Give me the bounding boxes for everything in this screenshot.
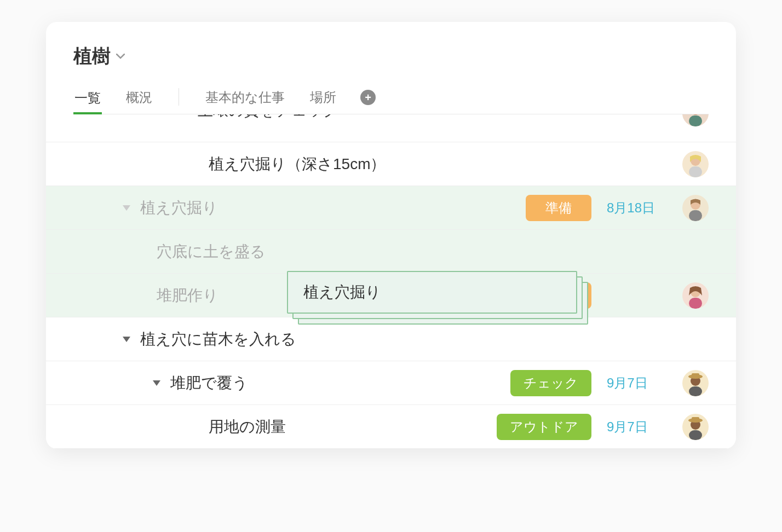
task-title: 堆肥作り <box>157 285 219 306</box>
task-row[interactable]: 植え穴掘り（深さ15cm） <box>46 142 736 186</box>
task-title: 用地の測量 <box>209 417 286 437</box>
status-tag[interactable]: 準備 <box>526 195 591 221</box>
svg-rect-3 <box>689 166 702 177</box>
task-title: 植え穴掘り（深さ15cm） <box>209 154 386 175</box>
task-row[interactable]: 穴底に土を盛る <box>46 229 736 273</box>
svg-rect-5 <box>689 210 702 221</box>
avatar[interactable] <box>682 195 709 221</box>
avatar[interactable] <box>682 114 709 126</box>
page-title: 植樹 <box>73 44 111 69</box>
task-title: 土壌の質をチェック <box>198 114 339 121</box>
task-row[interactable]: 植え穴掘り 準備 8月18日 <box>46 186 736 229</box>
svg-rect-13 <box>689 430 702 440</box>
task-title: 植え穴掘り <box>140 198 218 218</box>
app-window: 植樹 一覧 概況 基本的な仕事 場所 + 土壌の質をチェック <box>46 22 736 449</box>
tab-list[interactable]: 一覧 <box>73 86 102 114</box>
task-date[interactable]: 8月18日 <box>607 199 667 217</box>
avatar[interactable] <box>682 282 709 309</box>
svg-rect-15 <box>692 417 699 421</box>
expand-toggle-icon[interactable] <box>123 337 130 342</box>
task-row[interactable]: 堆肥で覆う チェック 9月7日 <box>46 361 736 404</box>
svg-point-0 <box>691 114 700 115</box>
task-row[interactable]: 土壌の質をチェック <box>46 114 736 142</box>
task-title: 堆肥で覆う <box>170 373 248 394</box>
avatar[interactable] <box>682 370 709 396</box>
tab-divider <box>179 88 179 106</box>
status-tag[interactable]: 準備 <box>526 282 591 309</box>
tab-overview[interactable]: 概況 <box>125 85 153 114</box>
status-tag[interactable]: チェック <box>510 370 591 396</box>
chevron-down-icon[interactable] <box>116 51 125 61</box>
task-row[interactable]: 用地の測量 アウトドア 9月7日 <box>46 404 736 448</box>
task-list: 土壌の質をチェック 植え穴掘り（深さ15cm） 植え穴掘り <box>46 114 736 449</box>
svg-rect-9 <box>689 386 702 396</box>
task-row[interactable]: 植え穴に苗木を入れる <box>46 317 736 361</box>
svg-rect-1 <box>689 115 702 126</box>
avatar[interactable] <box>682 414 709 440</box>
tab-location[interactable]: 場所 <box>309 85 337 114</box>
tab-basic-work[interactable]: 基本的な仕事 <box>204 85 286 114</box>
avatar[interactable] <box>682 151 709 177</box>
title-row[interactable]: 植樹 <box>73 44 709 69</box>
task-date[interactable]: 9月7日 <box>607 374 667 392</box>
task-title: 穴底に土を盛る <box>157 241 266 262</box>
status-tag[interactable]: アウトドア <box>497 414 591 440</box>
svg-rect-7 <box>689 298 702 309</box>
task-row[interactable]: 堆肥作り 準備 <box>46 273 736 317</box>
expand-toggle-icon[interactable] <box>123 205 130 211</box>
add-tab-icon[interactable]: + <box>360 90 376 105</box>
expand-toggle-icon[interactable] <box>153 380 160 386</box>
header: 植樹 一覧 概況 基本的な仕事 場所 + <box>46 22 736 114</box>
task-title: 植え穴に苗木を入れる <box>140 329 296 350</box>
svg-rect-11 <box>692 373 699 378</box>
task-date[interactable]: 9月7日 <box>607 418 667 436</box>
tabs: 一覧 概況 基本的な仕事 場所 + <box>73 85 709 114</box>
